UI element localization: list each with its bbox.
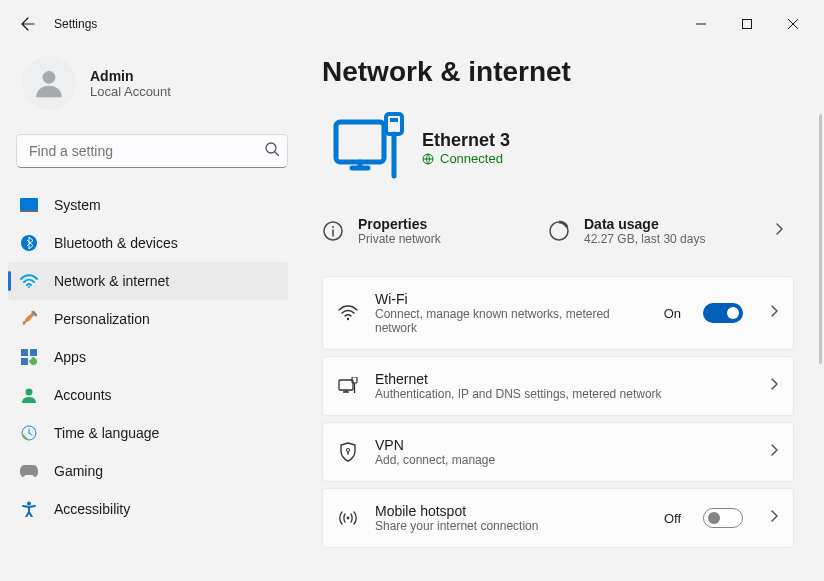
maximize-button[interactable] [724,8,770,40]
arrow-left-icon [20,16,36,32]
nav-item-accounts[interactable]: Accounts [8,376,288,414]
usage-sub: 42.27 GB, last 30 days [584,232,705,246]
svg-rect-15 [386,114,402,134]
svg-point-6 [28,286,30,288]
ethernet-icon [337,377,359,395]
person-icon [32,66,66,100]
svg-point-19 [332,226,334,228]
svg-point-11 [26,389,33,396]
vpn-title: VPN [375,437,753,453]
usage-title: Data usage [584,216,705,232]
maximize-icon [742,19,752,29]
svg-rect-22 [339,380,353,390]
card-vpn[interactable]: VPN Add, connect, manage [322,422,794,482]
nav-item-accessibility[interactable]: Accessibility [8,490,288,528]
ethernet-title: Ethernet [375,371,753,387]
hotspot-state: Off [664,511,681,526]
shield-icon [337,442,359,462]
svg-point-1 [43,71,56,84]
nav-label: System [54,197,101,213]
nav-label: Time & language [54,425,159,441]
svg-rect-3 [20,198,38,210]
accounts-icon [20,386,38,404]
wifi-icon [337,305,359,321]
hotspot-toggle[interactable] [703,508,743,528]
nav-item-time[interactable]: Time & language [8,414,288,452]
chevron-right-icon [769,377,779,395]
nav-label: Apps [54,349,86,365]
ethernet-sub: Authentication, IP and DNS settings, met… [375,387,753,401]
properties-sub: Private network [358,232,441,246]
svg-point-13 [27,502,31,506]
search-box [16,134,288,168]
connection-name: Ethernet 3 [422,130,510,151]
window-title: Settings [54,17,97,31]
properties-usage-row[interactable]: Properties Private network Data usage 42… [322,200,794,262]
minimize-button[interactable] [678,8,724,40]
svg-rect-0 [743,20,752,29]
window-controls [678,8,816,40]
wifi-icon [20,272,38,290]
nav-label: Bluetooth & devices [54,235,178,251]
gamepad-icon [20,462,38,480]
svg-rect-16 [390,118,398,122]
profile-sub: Local Account [90,84,171,99]
svg-point-24 [346,448,349,451]
chevron-right-icon [769,304,779,322]
minimize-icon [696,19,706,29]
search-input[interactable] [16,134,288,168]
globe-icon [422,153,434,165]
hotspot-title: Mobile hotspot [375,503,648,519]
close-button[interactable] [770,8,816,40]
connection-hero: Ethernet 3 Connected [322,106,794,190]
vpn-sub: Add, connect, manage [375,453,753,467]
nav-item-network[interactable]: Network & internet [8,262,288,300]
nav-item-apps[interactable]: Apps [8,338,288,376]
hotspot-icon [337,509,359,527]
profile-name: Admin [90,68,171,84]
content: Network & internet Ethernet 3 Connected [300,48,824,581]
wifi-toggle[interactable] [703,303,743,323]
svg-rect-10 [29,357,37,365]
svg-rect-4 [20,210,38,212]
connection-status: Connected [422,151,510,166]
nav-item-bluetooth[interactable]: Bluetooth & devices [8,224,288,262]
svg-point-21 [347,318,349,320]
nav-list: System Bluetooth & devices Network & int… [8,186,288,528]
apps-icon [20,348,38,366]
svg-point-25 [347,517,350,520]
nav-label: Accessibility [54,501,130,517]
card-ethernet[interactable]: Ethernet Authentication, IP and DNS sett… [322,356,794,416]
titlebar: Settings [0,0,824,48]
nav-label: Gaming [54,463,103,479]
card-hotspot[interactable]: Mobile hotspot Share your internet conne… [322,488,794,548]
close-icon [788,19,798,29]
data-usage-link[interactable]: Data usage 42.27 GB, last 30 days [548,216,774,246]
card-wifi[interactable]: Wi-Fi Connect, manage known networks, me… [322,276,794,350]
wifi-state: On [664,306,681,321]
scrollbar[interactable] [819,114,822,364]
avatar [22,56,76,110]
properties-title: Properties [358,216,441,232]
accessibility-icon [20,500,38,518]
hotspot-sub: Share your internet connection [375,519,648,533]
svg-rect-8 [30,349,37,356]
chevron-right-icon [769,509,779,527]
chevron-right-icon [774,222,794,240]
nav-label: Personalization [54,311,150,327]
nav-item-gaming[interactable]: Gaming [8,452,288,490]
back-button[interactable] [8,4,48,44]
nav-item-personalization[interactable]: Personalization [8,300,288,338]
nav-label: Network & internet [54,273,169,289]
sidebar: Admin Local Account System Bluetooth & d… [0,48,300,581]
svg-rect-7 [21,349,28,356]
wifi-title: Wi-Fi [375,291,648,307]
profile-block[interactable]: Admin Local Account [16,48,288,128]
nav-item-system[interactable]: System [8,186,288,224]
brush-icon [20,310,38,328]
data-usage-icon [548,220,570,242]
search-icon[interactable] [264,141,280,161]
properties-link[interactable]: Properties Private network [322,216,548,246]
svg-rect-9 [21,358,28,365]
svg-point-2 [266,143,276,153]
